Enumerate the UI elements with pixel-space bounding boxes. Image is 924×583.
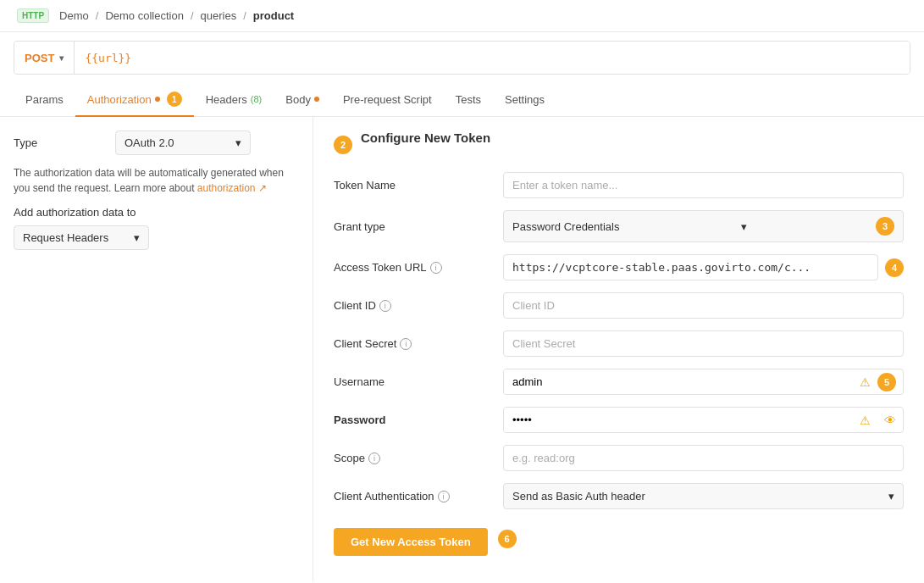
info-icon: i [368, 453, 380, 464]
chevron-down-icon: ▾ [235, 136, 241, 149]
chevron-down-icon: ▾ [134, 231, 140, 244]
tab-authorization-label: Authorization [87, 93, 152, 106]
password-row: Password ⚠ 👁 [334, 407, 904, 433]
method-label: POST [25, 52, 54, 64]
tab-body-label: Body [285, 93, 311, 106]
auth-dest-select[interactable]: Request Headers ▾ [14, 225, 149, 250]
scope-input[interactable] [503, 445, 904, 471]
access-token-url-label: Access Token URL i [334, 261, 503, 274]
url-input[interactable] [75, 42, 910, 74]
section-header: 2 Configure New Token [334, 130, 904, 158]
step-4-badge: 4 [885, 258, 904, 277]
type-label: Type [14, 136, 115, 149]
tab-settings[interactable]: Settings [493, 85, 556, 116]
client-secret-input[interactable] [503, 330, 904, 357]
type-value: OAuth 2.0 [124, 136, 174, 149]
tab-authorization[interactable]: Authorization 1 [75, 83, 194, 117]
info-icon: i [438, 491, 450, 502]
get-token-row: Get New Access Token 6 [334, 521, 904, 556]
access-token-url-row: Access Token URL i 4 [334, 254, 904, 280]
tab-headers-label: Headers [206, 93, 247, 106]
password-label: Password [334, 414, 503, 426]
tab-pre-request[interactable]: Pre-request Script [331, 85, 444, 116]
auth-dest-row: Request Headers ▾ [14, 225, 299, 250]
breadcrumb-queries[interactable]: queries [201, 9, 237, 22]
left-panel: Type OAuth 2.0 ▾ The authorization data … [0, 117, 313, 581]
auth-dest-value: Request Headers [23, 231, 108, 244]
step-3-badge: 3 [876, 217, 894, 236]
authorization-dot [155, 97, 160, 102]
scope-label: Scope i [334, 452, 503, 464]
http-badge: HTTP [17, 8, 49, 23]
tab-tests-label: Tests [456, 93, 481, 106]
client-auth-select[interactable]: Send as Basic Auth header ▾ [503, 483, 904, 509]
main-content: Type OAuth 2.0 ▾ The authorization data … [0, 117, 924, 581]
tab-bar: Params Authorization 1 Headers (8) Body … [0, 83, 924, 117]
grant-type-select[interactable]: Password Credentials ▾ 3 [503, 210, 904, 242]
client-auth-label: Client Authentication i [334, 490, 503, 502]
tab-params-label: Params [25, 93, 64, 106]
get-new-access-token-button[interactable]: Get New Access Token [334, 528, 488, 556]
client-secret-row: Client Secret i [334, 330, 904, 357]
username-row: Username ⚠ 5 [334, 369, 904, 395]
tab-headers[interactable]: Headers (8) [194, 85, 274, 116]
password-input-wrapper: ⚠ 👁 [503, 407, 904, 433]
headers-count: (8) [251, 94, 262, 104]
client-id-input[interactable] [503, 292, 904, 319]
info-icon: i [430, 262, 442, 274]
breadcrumb-current: product [253, 9, 294, 22]
authorization-link[interactable]: authorization ↗ [197, 182, 267, 194]
grant-type-row: Grant type Password Credentials ▾ 3 [334, 210, 904, 242]
breadcrumb-sep-2: / [191, 9, 194, 22]
tab-params[interactable]: Params [14, 85, 75, 116]
warning-icon: ⚠ [853, 375, 877, 389]
info-text: The authorization data will be automatic… [14, 165, 299, 196]
step-6-badge: 6 [498, 530, 517, 548]
add-auth-row: Add authorization data to [14, 206, 299, 219]
chevron-down-icon: ▾ [741, 220, 747, 233]
scope-row: Scope i [334, 445, 904, 471]
username-label: Username [334, 375, 503, 388]
eye-icon[interactable]: 👁 [877, 414, 903, 427]
client-id-row: Client ID i [334, 292, 904, 319]
type-select[interactable]: OAuth 2.0 ▾ [115, 130, 251, 155]
authorization-badge: 1 [167, 92, 182, 107]
body-dot [314, 97, 319, 102]
username-input-wrapper: ⚠ 5 [503, 369, 904, 395]
info-icon: i [400, 338, 412, 350]
username-input[interactable] [504, 369, 853, 394]
client-secret-label: Client Secret i [334, 337, 503, 350]
section-title: Configure New Token [361, 130, 490, 145]
step-5-badge: 5 [877, 373, 896, 391]
client-auth-value: Send as Basic Auth header [512, 490, 645, 502]
tab-settings-label: Settings [505, 93, 545, 106]
info-icon: i [379, 300, 391, 312]
type-row: Type OAuth 2.0 ▾ [14, 130, 299, 155]
token-name-label: Token Name [334, 179, 503, 192]
chevron-down-icon: ▾ [888, 490, 894, 502]
breadcrumb-collection[interactable]: Demo collection [105, 9, 184, 22]
token-name-row: Token Name [334, 172, 904, 198]
tab-pre-request-label: Pre-request Script [343, 93, 432, 106]
grant-type-label: Grant type [334, 220, 503, 233]
password-input[interactable] [504, 408, 853, 432]
breadcrumb-demo[interactable]: Demo [59, 9, 89, 22]
chevron-down-icon: ▾ [59, 53, 64, 63]
breadcrumb-sep-3: / [243, 9, 246, 22]
tab-tests[interactable]: Tests [444, 85, 493, 116]
token-name-input[interactable] [503, 172, 904, 198]
client-auth-row: Client Authentication i Send as Basic Au… [334, 483, 904, 509]
client-id-label: Client ID i [334, 299, 503, 312]
add-auth-label: Add authorization data to [14, 206, 136, 219]
warning-icon: ⚠ [853, 414, 877, 427]
breadcrumb-sep-1: / [96, 9, 99, 22]
grant-type-value: Password Credentials [512, 220, 619, 233]
method-select[interactable]: POST ▾ [14, 42, 75, 74]
breadcrumb: HTTP Demo / Demo collection / queries / … [0, 0, 924, 32]
access-token-url-input[interactable] [503, 254, 878, 280]
url-bar: POST ▾ [14, 41, 910, 75]
tab-body[interactable]: Body [274, 85, 331, 116]
step-2-badge: 2 [334, 136, 352, 154]
right-panel: 2 Configure New Token Token Name Grant t… [313, 117, 924, 581]
